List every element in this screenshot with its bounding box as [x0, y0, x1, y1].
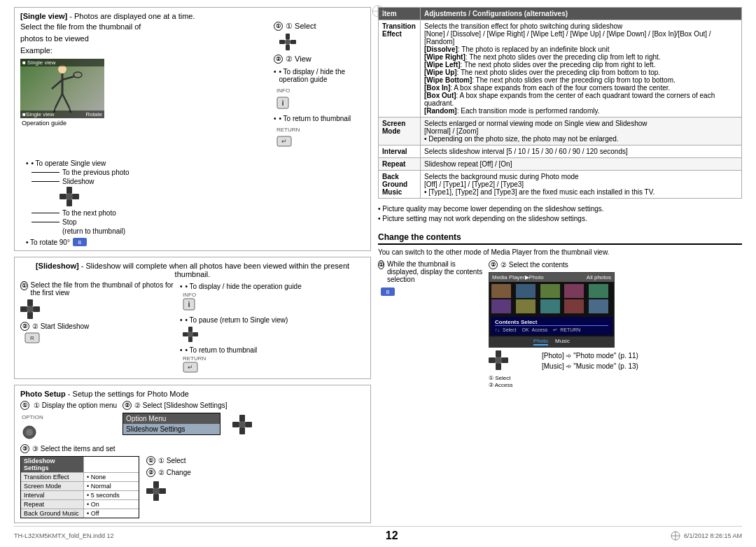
settings-header: Slideshow Settings [21, 457, 139, 473]
example-label: Example: [20, 45, 268, 56]
ps-step3-c2-badge: ② [146, 468, 155, 477]
table-col2-header: Adjustments / Configurations (alternativ… [421, 8, 742, 20]
photo-example: ■ Single view ■Single view Rotate [20, 59, 104, 118]
ss-return-icon: ↵ [183, 362, 365, 374]
s-key-repeat: Repeat [21, 500, 84, 509]
ps-step3-content: Slideshow Settings Transition Effect • N… [20, 456, 365, 518]
tr-item-bgm: BackGroundMusic [379, 171, 421, 199]
ps-step3-c1-text: ① Select [158, 457, 186, 464]
tr-item-interval: Interval [379, 145, 421, 158]
svg-rect-49 [153, 481, 159, 488]
bullet-operate-text: • To operate Single view [31, 159, 106, 167]
settings-row-transition: Transition Effect • None [21, 473, 139, 482]
ss-r-icon: R [24, 332, 174, 345]
svg-text:R: R [30, 335, 34, 341]
ss-step2-text: ② Start Slideshow [32, 322, 89, 330]
svg-rect-15 [290, 40, 296, 44]
svg-rect-50 [153, 494, 159, 501]
svg-rect-52 [159, 488, 166, 494]
tr-desc-transition: Selects the transition effect for photo … [421, 20, 742, 118]
ps-step3-c1-badge: ① [146, 456, 155, 465]
option-menu-item: Slideshow Settings [123, 424, 220, 434]
page-number: 12 [386, 530, 398, 542]
ss-bullet3: • • To return to thumbnail [180, 346, 365, 354]
ps-step3-ctrl1: ① ① Select [146, 456, 191, 465]
cc-ctrl-step1: ① Select [489, 375, 510, 381]
mp-thumb-3 [540, 284, 560, 298]
svg-rect-57 [501, 357, 508, 363]
bullet-return: • • To return to thumbnail [274, 115, 365, 122]
cc-photo-ref: [Photo] ➾ "Photo mode" (p. 11) [542, 350, 638, 361]
step1-row: ① ① Select [274, 22, 365, 31]
slideshow-desc: - Slideshow will complete when all photo… [79, 262, 349, 278]
ps-step3-row: ③ ③ Select the items and set [20, 444, 365, 453]
s-val-bgm: • Off [84, 509, 139, 518]
tr-item-transition: TransitionEffect [379, 20, 421, 118]
single-view-left: Select the file from the thumbnail of ph… [20, 20, 268, 148]
mp-thumb-4 [564, 284, 584, 298]
settings-row-screen: Screen Mode • Normal [21, 482, 139, 491]
tr-item-screen: ScreenMode [379, 118, 421, 145]
photo-setup-subtitle: - Setup the settings for Photo Mode [66, 390, 189, 398]
return-icon: ↵ [276, 136, 365, 148]
ps-step3-c2-text: ② Change [158, 469, 191, 476]
settings-header-label: Slideshow Settings [21, 457, 84, 472]
select-line2: photos to be viewed [20, 34, 268, 44]
svg-rect-45 [239, 427, 245, 434]
single-view-right: ① ① Select ② ② View • [274, 20, 365, 148]
s-val-screen: • Normal [84, 482, 139, 490]
slideshow-section: [Slideshow] - Slideshow will complete wh… [14, 257, 371, 379]
page-footer: TH-L32XM5KMTX_fold_EN.indd 12 12 6/1/201… [14, 526, 742, 542]
s-key-interval: Interval [21, 491, 84, 499]
ss-bullet2-text: • To pause (return to Single view) [186, 316, 288, 324]
svg-rect-44 [239, 415, 245, 422]
option-menu-title: Option Menu [123, 413, 220, 424]
mp-thumb-2 [516, 284, 536, 298]
settings-row-repeat: Repeat • On [21, 500, 139, 509]
left-column: [Single view] - Photos are displayed one… [14, 7, 371, 523]
mp-thumb-6 [491, 299, 511, 313]
ps-step2-left: ② ② Select [Slideshow Settings] Option M… [122, 401, 227, 435]
mp-header-mid: Photo [529, 274, 544, 280]
svg-line-8 [55, 94, 62, 108]
mp-thumb-10 [589, 299, 608, 313]
svg-rect-26 [27, 299, 33, 306]
single-view-top: Select the file from the thumbnail of ph… [20, 20, 365, 148]
svg-point-43 [26, 429, 33, 436]
svg-point-53 [153, 488, 160, 495]
cc-music-ref: [Music] ➾ "Music mode" (p. 13) [542, 361, 638, 371]
svg-rect-24 [72, 194, 79, 199]
svg-rect-56 [489, 357, 496, 363]
change-contents-section: Change the contents You can switch to th… [378, 232, 742, 371]
ss-return-label: RETURN [183, 355, 365, 362]
ss-step1-text: Select the file from the thumbnail of ph… [31, 281, 174, 297]
single-view-title-line: [Single view] - Photos are displayed one… [20, 12, 365, 20]
info-label: INFO [276, 87, 365, 94]
mp-header-left: Media Player [492, 274, 525, 280]
cc-refs: [Photo] ➾ "Photo mode" (p. 11) [Music] ➾… [542, 350, 638, 371]
operation-guide-section: • • To operate Single view To the previo… [26, 159, 365, 246]
ps-step3-badge: ③ [20, 444, 29, 453]
mp-thumb-8 [540, 299, 560, 313]
s-val-interval: • 5 seconds [84, 491, 139, 499]
photo-inner [20, 59, 104, 118]
svg-point-30 [27, 306, 34, 313]
mp-tab-music: Music [555, 338, 570, 346]
settings-table: Slideshow Settings Transition Effect • N… [20, 456, 139, 518]
op1-text: To the previous photo [62, 169, 130, 176]
table-notes: • Picture quality may become lower depen… [378, 204, 742, 224]
svg-rect-54 [496, 350, 501, 357]
slideshow-right: • • To display / hide the operation guid… [180, 281, 365, 374]
cc-ctrl-row: ① Select ② Access [Photo] ➾ "Photo mode"… [489, 350, 742, 371]
slideshow-step1: ① Select the file from the thumbnail of … [20, 281, 174, 297]
cc-step1: ① While the thumbnail is displayed, disp… [378, 260, 483, 283]
svg-rect-23 [59, 194, 66, 199]
photo-setup-title-line: Photo Setup - Setup the settings for Pho… [20, 390, 365, 398]
tennis-player-svg [41, 62, 83, 115]
s-key-bgm: Back Ground Music [21, 509, 84, 518]
tr-desc-repeat: Slideshow repeat [Off] / [On] [421, 158, 742, 171]
ps-step3-controls: ① ① Select ② ② Change [146, 456, 191, 518]
tr-desc-screen: Selects enlarged or normal viewing mode … [421, 118, 742, 145]
svg-rect-22 [66, 199, 72, 206]
rotate-text: • To rotate 90° [26, 239, 70, 246]
